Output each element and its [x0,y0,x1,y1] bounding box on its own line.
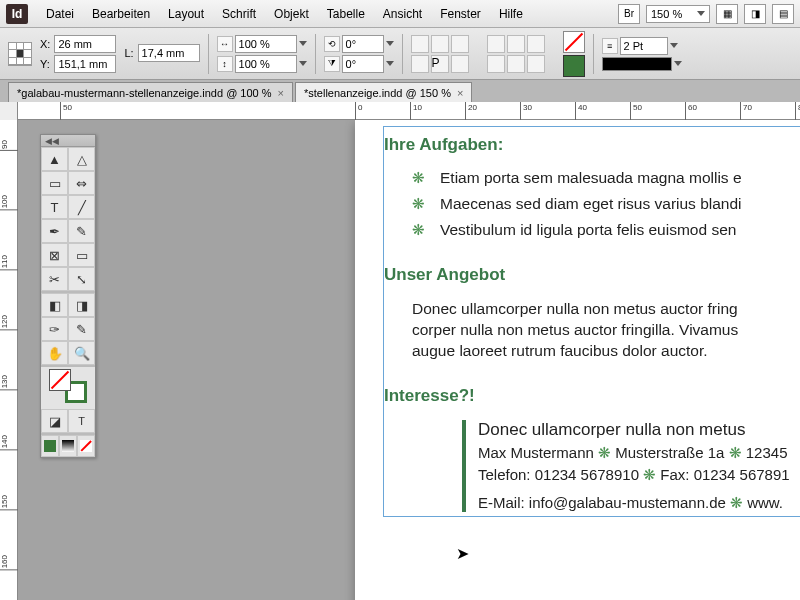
menu-ansicht[interactable]: Ansicht [375,4,430,24]
reference-point[interactable] [8,42,32,66]
gradient-swatch-tool[interactable]: ◧ [41,293,68,317]
body-paragraph: Donec ullamcorper nulla non metus auctor… [412,299,800,362]
document-tab-1[interactable]: *galabau-mustermann-stellenanzeige.indd … [8,82,293,102]
close-icon[interactable]: × [457,87,463,99]
rectangle-frame-tool[interactable]: ⊠ [41,243,68,267]
contact-line-2: Max Mustermann ❋ Musterstraße 1a ❋ 12345 [478,444,800,462]
align-2-icon[interactable] [507,35,525,53]
zoom-value: 150 % [651,8,682,20]
fill-swatch[interactable] [563,31,585,53]
menu-bearbeiten[interactable]: Bearbeiten [84,4,158,24]
screen-mode-button[interactable]: ◨ [744,4,766,24]
horizontal-ruler[interactable]: 5001020304050607080 [0,102,800,120]
ruler-tick: 0 [355,102,362,120]
gradient-feather-tool[interactable]: ◨ [68,293,95,317]
zoom-level[interactable]: 150 % [646,5,710,23]
align-4-icon[interactable] [487,55,505,73]
align-3-icon[interactable] [527,35,545,53]
stroke-weight-input[interactable]: 2 Pt [620,37,668,55]
page-tool[interactable]: ▭ [41,171,68,195]
scale-x-input[interactable]: 100 % [235,35,297,53]
menu-fenster[interactable]: Fenster [432,4,489,24]
hand-tool[interactable]: ✋ [41,341,68,365]
document-tab-2[interactable]: *stellenanzeige.indd @ 150 % × [295,82,472,102]
ruler-origin[interactable] [0,102,18,120]
flip-h-icon[interactable] [451,35,469,53]
ruler-tick: 90 [0,140,18,151]
l-input[interactable]: 17,4 mm [138,44,200,62]
fill-stroke-swatch[interactable] [41,367,95,409]
ruler-tick: 10 [410,102,422,120]
canvas[interactable]: Ihre Aufgaben: Etiam porta sem malesuada… [18,120,800,600]
zoom-tool[interactable]: 🔍 [68,341,95,365]
shear-input[interactable]: 0° [342,55,384,73]
app-icon: Id [6,4,28,24]
menu-objekt[interactable]: Objekt [266,4,317,24]
ruler-tick: 160 [0,555,18,570]
view-options-button[interactable]: ▦ [716,4,738,24]
free-transform-tool[interactable]: ⤡ [68,267,95,291]
selection-tool[interactable]: ▲ [41,147,68,171]
panel-header[interactable]: ◀◀ [41,135,95,147]
formatting-text[interactable]: T [68,409,95,433]
bridge-button[interactable]: Br [618,4,640,24]
x-input[interactable]: 26 mm [54,35,116,53]
note-tool[interactable]: ✑ [41,317,68,341]
eyedropper-tool[interactable]: ✎ [68,317,95,341]
stroke-swatch[interactable] [563,55,585,77]
rotate-input[interactable]: 0° [342,35,384,53]
scissors-tool[interactable]: ✂ [41,267,68,291]
text-frame[interactable]: Ihre Aufgaben: Etiam porta sem malesuada… [383,126,800,517]
apply-gradient[interactable] [59,435,77,457]
l-label: L: [124,47,133,59]
rotate-cw-icon[interactable] [411,35,429,53]
vertical-ruler[interactable]: 90100110120130140150160 [0,120,18,600]
formatting-container[interactable]: ◪ [41,409,68,433]
tab-label: *stellenanzeige.indd @ 150 % [304,87,451,99]
menu-datei[interactable]: Datei [38,4,82,24]
direct-selection-tool[interactable]: △ [68,147,95,171]
align-6-icon[interactable] [527,55,545,73]
line-tool[interactable]: ╱ [68,195,95,219]
apply-color[interactable] [41,435,59,457]
tools-panel: ◀◀ ▲ △ ▭ ⇔ T ╱ ✒ ✎ ⊠ ▭ ✂ ⤡ ◧ ◨ ✑ ✎ ✋ 🔍 ◪… [40,134,96,458]
menu-schrift[interactable]: Schrift [214,4,264,24]
list-item: Vestibulum id ligula porta felis euismod… [412,221,800,239]
char-icon[interactable]: P [431,55,449,73]
menu-layout[interactable]: Layout [160,4,212,24]
menu-hilfe[interactable]: Hilfe [491,4,531,24]
apply-none[interactable] [77,435,95,457]
ruler-tick: 80 [795,102,800,120]
contact-line-3: Telefon: 01234 5678910 ❋ Fax: 01234 5678… [478,466,800,484]
type-tool[interactable]: T [41,195,68,219]
align-1-icon[interactable] [487,35,505,53]
pen-tool[interactable]: ✒ [41,219,68,243]
x-label: X: [40,38,50,50]
flip-v-icon[interactable] [411,55,429,73]
pencil-tool[interactable]: ✎ [68,219,95,243]
rotate-icon: ⟲ [324,36,340,52]
heading-angebot: Unser Angebot [384,265,800,285]
menu-tabelle[interactable]: Tabelle [319,4,373,24]
stroke-style[interactable] [602,57,672,71]
rotate-ccw-icon[interactable] [431,35,449,53]
heading-aufgaben: Ihre Aufgaben: [384,135,800,155]
shear-icon: ⧩ [324,56,340,72]
close-icon[interactable]: × [278,87,284,99]
menu-bar: Id Datei Bearbeiten Layout Schrift Objek… [0,0,800,28]
list-item: Etiam porta sem malesuada magna mollis e [412,169,800,187]
chevron-down-icon [697,11,705,16]
page[interactable]: Ihre Aufgaben: Etiam porta sem malesuada… [355,120,800,600]
tab-label: *galabau-mustermann-stellenanzeige.indd … [17,87,272,99]
collapse-icon[interactable]: ◀◀ [45,136,59,146]
align-5-icon[interactable] [507,55,525,73]
rectangle-tool[interactable]: ▭ [68,243,95,267]
transform-options: P [411,35,479,73]
select-container-icon[interactable] [451,55,469,73]
y-input[interactable]: 151,1 mm [54,55,116,73]
control-bar: X: 26 mm Y: 151,1 mm L: 17,4 mm ↔100 % ↕… [0,28,800,80]
gap-tool[interactable]: ⇔ [68,171,95,195]
scale-y-input[interactable]: 100 % [235,55,297,73]
arrange-button[interactable]: ▤ [772,4,794,24]
fill-color-swatch[interactable] [49,369,71,391]
